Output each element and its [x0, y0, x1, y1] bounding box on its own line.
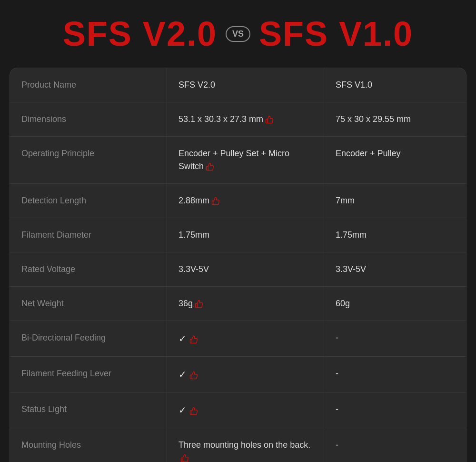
page-header: SFS V2.0 VS SFS V1.0	[63, 14, 413, 53]
row-v2-value: 36g	[167, 287, 324, 321]
row-v2-value: ✓	[167, 357, 324, 392]
row-label: Status Light	[10, 392, 167, 428]
row-label: Filament Feeding Lever	[10, 357, 167, 392]
row-label: Mounting Holes	[10, 428, 167, 462]
row-v1-value: 7mm	[324, 184, 466, 218]
row-v2-value: SFS V2.0	[167, 68, 324, 102]
table-row: Bi-Directional Feeding✓-	[10, 321, 466, 357]
row-v2-value: ✓	[167, 321, 324, 356]
table-row: Net Weight36g60g	[10, 287, 466, 321]
comparison-table: Product NameSFS V2.0SFS V1.0Dimensions53…	[10, 68, 466, 462]
table-row: Status Light✓-	[10, 392, 466, 428]
row-v2-value: 2.88mm	[167, 184, 324, 218]
table-row: Mounting HolesThree mounting holes on th…	[10, 428, 466, 462]
row-v2-value: Encoder + Pulley Set + Micro Switch	[167, 137, 324, 183]
table-row: Operating PrincipleEncoder + Pulley Set …	[10, 137, 466, 184]
table-row: Dimensions53.1 x 30.3 x 27.3 mm75 x 30 x…	[10, 102, 466, 137]
row-v2-value: ✓	[167, 392, 324, 428]
table-row: Filament Diameter1.75mm1.75mm	[10, 218, 466, 252]
row-v1-value: -	[324, 321, 466, 356]
table-row: Rated Voltage3.3V-5V3.3V-5V	[10, 252, 466, 287]
row-v2-value: 53.1 x 30.3 x 27.3 mm	[167, 102, 324, 136]
row-v1-value: SFS V1.0	[324, 68, 466, 102]
table-row: Product NameSFS V2.0SFS V1.0	[10, 68, 466, 102]
title-v1: SFS V1.0	[259, 14, 413, 53]
vs-badge: VS	[226, 26, 250, 42]
row-label: Filament Diameter	[10, 218, 167, 252]
row-v1-value: -	[324, 392, 466, 428]
row-label: Net Weight	[10, 287, 167, 321]
row-v1-value: 60g	[324, 287, 466, 321]
title-v2: SFS V2.0	[63, 14, 217, 53]
row-label: Detection Length	[10, 184, 167, 218]
row-label: Bi-Directional Feeding	[10, 321, 167, 356]
row-v2-value: 3.3V-5V	[167, 252, 324, 286]
row-v1-value: 3.3V-5V	[324, 252, 466, 286]
row-label: Operating Principle	[10, 137, 167, 183]
row-label: Product Name	[10, 68, 167, 102]
row-v1-value: 75 x 30 x 29.55 mm	[324, 102, 466, 136]
table-row: Detection Length2.88mm7mm	[10, 184, 466, 218]
table-row: Filament Feeding Lever✓-	[10, 357, 466, 392]
row-v1-value: Encoder + Pulley	[324, 137, 466, 183]
row-v1-value: -	[324, 357, 466, 392]
row-label: Dimensions	[10, 102, 167, 136]
row-v1-value: -	[324, 428, 466, 462]
row-v2-value: Three mounting holes on the back.	[167, 428, 324, 462]
row-v1-value: 1.75mm	[324, 218, 466, 252]
row-label: Rated Voltage	[10, 252, 167, 286]
row-v2-value: 1.75mm	[167, 218, 324, 252]
